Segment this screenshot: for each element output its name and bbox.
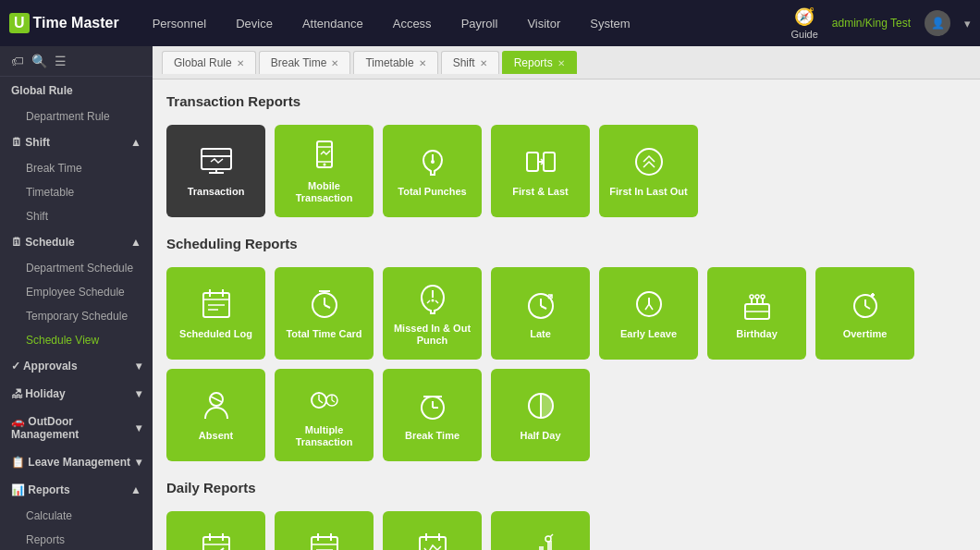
svg-point-9 — [431, 160, 435, 164]
sidebar-leave-label: 📋 Leave Management — [11, 456, 130, 469]
break-time-label: Break Time — [405, 430, 459, 442]
card-half-day[interactable]: Half Day — [491, 369, 590, 461]
daily-attendance-icon — [198, 530, 235, 550]
tab-timetable-close[interactable]: ✕ — [419, 58, 426, 68]
tab-shift[interactable]: Shift ✕ — [441, 51, 499, 74]
sidebar-section-global-rule[interactable]: Global Rule — [0, 77, 153, 104]
card-overtime[interactable]: Overtime — [815, 267, 914, 360]
tab-break-time-close[interactable]: ✕ — [331, 58, 338, 68]
card-first-last[interactable]: First & Last — [491, 125, 590, 217]
card-break-time[interactable]: Break Time — [383, 369, 482, 461]
daily-status-icon — [522, 530, 559, 550]
card-scheduled-log[interactable]: Scheduled Log — [166, 267, 265, 360]
card-total-time-card[interactable]: Total Time Card — [275, 267, 374, 360]
tab-global-rule-close[interactable]: ✕ — [237, 58, 244, 68]
sidebar-section-approvals[interactable]: ✓ Approvals ▾ — [0, 352, 153, 380]
transaction-reports-title: Transaction Reports — [166, 93, 966, 114]
card-early-leave[interactable]: Early Leave — [599, 267, 698, 360]
card-birthday[interactable]: Birthday — [707, 267, 806, 360]
sidebar-item-timetable[interactable]: Timetable — [0, 180, 153, 204]
card-multiple-transaction[interactable]: Multiple Transaction — [275, 369, 374, 461]
report-content: Transaction Reports Transaction — [153, 79, 980, 550]
card-late[interactable]: Late — [491, 267, 590, 360]
svg-point-38 — [755, 295, 759, 299]
nav-attendance[interactable]: Attendance — [288, 0, 378, 46]
guide-label: Guide — [790, 29, 817, 40]
logo[interactable]: U Time Master — [9, 13, 119, 33]
leave-chevron-icon: ▾ — [136, 456, 141, 469]
sidebar-item-shift[interactable]: Shift — [0, 204, 153, 228]
sidebar-item-department-schedule[interactable]: Department Schedule — [0, 256, 153, 280]
early-leave-icon — [631, 286, 668, 323]
sidebar-item-reports[interactable]: Reports — [0, 528, 153, 550]
tab-reports[interactable]: Reports ✕ — [502, 51, 577, 74]
holiday-chevron-icon: ▾ — [136, 387, 141, 400]
sidebar-item-calculate[interactable]: Calculate — [0, 504, 153, 528]
late-icon — [522, 286, 559, 323]
daily-reports-grid: Daily Attendance Daily D — [166, 511, 966, 550]
sidebar-section-outdoor[interactable]: 🚗 OutDoor Management ▾ — [0, 408, 153, 448]
nav-device[interactable]: Device — [221, 0, 288, 46]
missed-punch-label: Missed In & Out Punch — [390, 323, 474, 347]
sidebar-holiday-label: 🏖 Holiday — [11, 387, 66, 400]
svg-line-42 — [865, 306, 870, 309]
card-daily-details[interactable]: Daily Details — [275, 511, 374, 550]
scheduling-reports-grid-2: Absent Multiple Transact — [166, 369, 966, 461]
svg-point-37 — [750, 295, 753, 299]
tag-icon[interactable]: 🏷 — [11, 54, 24, 68]
sidebar-item-break-time[interactable]: Break Time — [0, 156, 153, 180]
tab-shift-close[interactable]: ✕ — [480, 58, 487, 68]
tab-break-time[interactable]: Break Time ✕ — [259, 51, 351, 74]
total-punches-icon — [414, 143, 451, 180]
first-in-last-out-icon — [631, 143, 668, 180]
nav-payroll[interactable]: Payroll — [447, 0, 513, 46]
birthday-icon — [739, 286, 776, 323]
guide-button[interactable]: 🧭 Guide — [790, 6, 817, 40]
card-daily-status[interactable]: Daily Status — [491, 511, 590, 550]
svg-line-29 — [541, 306, 546, 309]
tab-reports-close[interactable]: ✕ — [557, 58, 565, 68]
sidebar-section-reports[interactable]: 📊 Reports ▲ — [0, 476, 153, 504]
logo-u: U — [9, 13, 30, 33]
nav-access[interactable]: Access — [378, 0, 447, 46]
guide-icon: 🧭 — [794, 6, 815, 27]
mobile-transaction-icon — [306, 138, 343, 175]
transaction-label: Transaction — [188, 186, 245, 198]
card-daily-summary[interactable]: Daily Summary — [383, 511, 482, 550]
scheduled-log-icon — [198, 286, 235, 323]
sidebar-section-shift[interactable]: 🗓 Shift ▲ — [0, 128, 153, 156]
tab-bar: Global Rule ✕ Break Time ✕ Timetable ✕ S… — [153, 46, 980, 79]
nav-visitor[interactable]: Visitor — [512, 0, 575, 46]
sidebar-section-holiday[interactable]: 🏖 Holiday ▾ — [0, 380, 153, 408]
sidebar-item-schedule-view[interactable]: Schedule View — [0, 328, 153, 352]
sidebar-section-leave[interactable]: 📋 Leave Management ▾ — [0, 448, 153, 476]
svg-line-21 — [325, 305, 330, 308]
card-transaction[interactable]: Transaction — [166, 125, 265, 217]
total-time-card-label: Total Time Card — [286, 328, 361, 340]
half-day-icon — [522, 387, 559, 424]
card-total-punches[interactable]: Total Punches — [383, 125, 482, 217]
card-missed-punch[interactable]: Missed In & Out Punch — [383, 267, 482, 360]
tab-timetable[interactable]: Timetable ✕ — [353, 51, 437, 74]
card-first-in-last-out[interactable]: First In Last Out — [599, 125, 698, 217]
logo-text: Time Master — [33, 15, 119, 31]
sidebar-item-department-rule[interactable]: Department Rule — [0, 104, 153, 128]
sidebar-section-schedule[interactable]: 🗓 Schedule ▲ — [0, 228, 153, 256]
sidebar-item-temporary-schedule[interactable]: Temporary Schedule — [0, 304, 153, 328]
tab-global-rule[interactable]: Global Rule ✕ — [162, 51, 256, 74]
card-daily-attendance[interactable]: Daily Attendance — [166, 511, 265, 550]
svg-rect-0 — [202, 149, 231, 169]
break-time-icon — [414, 387, 451, 424]
sidebar-item-employee-schedule[interactable]: Employee Schedule — [0, 280, 153, 304]
scheduling-reports-grid: Scheduled Log Total Time Card — [166, 267, 966, 360]
svg-line-49 — [319, 400, 323, 403]
avatar[interactable]: 👤 — [925, 10, 950, 36]
search-icon[interactable]: 🔍 — [31, 54, 47, 68]
dropdown-icon[interactable]: ▾ — [964, 17, 971, 31]
absent-icon — [198, 387, 235, 424]
nav-personnel[interactable]: Personnel — [138, 0, 222, 46]
card-mobile-transaction[interactable]: Mobile Transaction — [275, 125, 374, 217]
card-absent[interactable]: Absent — [166, 369, 265, 461]
list-icon[interactable]: ☰ — [55, 54, 67, 68]
nav-system[interactable]: System — [575, 0, 644, 46]
